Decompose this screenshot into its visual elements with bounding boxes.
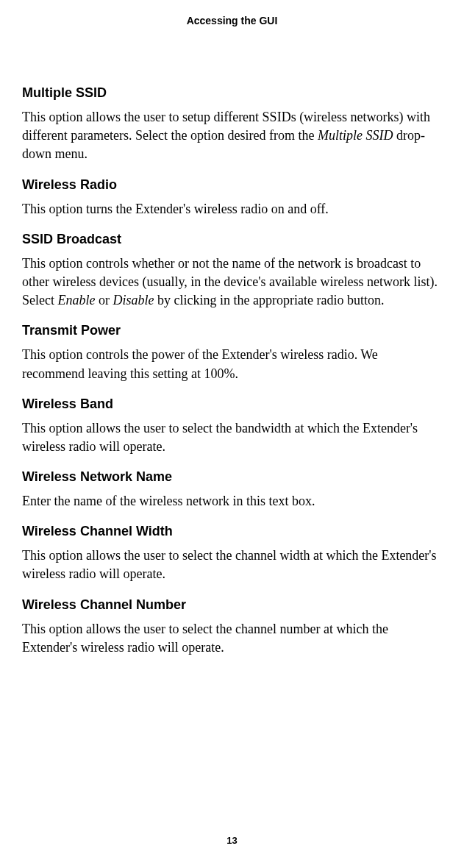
section-wireless-radio: Wireless Radio This option turns the Ext… — [22, 177, 442, 218]
body-text-italic: Multiple SSID — [318, 128, 393, 143]
section-body: This option allows the user to select th… — [22, 419, 442, 456]
section-body: This option allows the user to setup dif… — [22, 108, 442, 164]
section-wireless-network-name: Wireless Network Name Enter the name of … — [22, 469, 442, 511]
section-heading: Multiple SSID — [22, 85, 442, 101]
section-heading: Wireless Radio — [22, 177, 442, 193]
section-body: This option controls the power of the Ex… — [22, 346, 442, 383]
section-heading: Wireless Network Name — [22, 469, 442, 485]
body-text-mid: or — [95, 293, 113, 307]
section-body: This option turns the Extender's wireles… — [22, 200, 442, 218]
section-heading: Transmit Power — [22, 323, 442, 338]
section-heading: Wireless Band — [22, 396, 442, 412]
section-transmit-power: Transmit Power This option controls the … — [22, 323, 442, 383]
section-heading: Wireless Channel Number — [22, 597, 442, 613]
section-heading: SSID Broadcast — [22, 232, 442, 247]
section-body: This option allows the user to select th… — [22, 620, 442, 657]
section-wireless-band: Wireless Band This option allows the use… — [22, 396, 442, 456]
page-number: 13 — [0, 835, 464, 846]
section-body: Enter the name of the wireless network i… — [22, 492, 442, 511]
section-body: This option controls whether or not the … — [22, 255, 442, 310]
section-heading: Wireless Channel Width — [22, 524, 442, 539]
section-wireless-channel-width: Wireless Channel Width This option allow… — [22, 524, 442, 583]
body-text-post: by clicking in the appropriate radio but… — [154, 293, 384, 307]
section-ssid-broadcast: SSID Broadcast This option controls whet… — [22, 232, 442, 310]
page-header: Accessing the GUI — [22, 15, 442, 26]
section-wireless-channel-number: Wireless Channel Number This option allo… — [22, 597, 442, 657]
section-body: This option allows the user to select th… — [22, 547, 442, 583]
body-text-italic: Enable — [57, 293, 95, 307]
body-text-italic: Disable — [113, 293, 154, 307]
section-multiple-ssid: Multiple SSID This option allows the use… — [22, 85, 442, 164]
